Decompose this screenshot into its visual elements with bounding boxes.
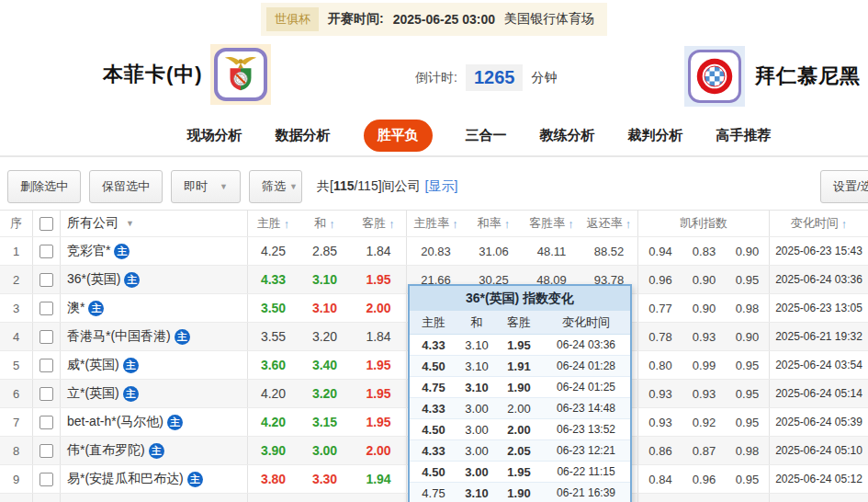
- main-company-badge-icon: 主: [167, 415, 183, 430]
- draw-odds: 3.20: [299, 323, 351, 350]
- popup-home-odds: 4.33: [410, 444, 457, 458]
- col-away-odds[interactable]: 客胜↑: [351, 211, 407, 236]
- countdown-label: 倒计时:: [415, 70, 457, 86]
- draw-odds: 3.40: [299, 351, 351, 379]
- kelly-index-1: [638, 494, 682, 502]
- home-odds: 4.20: [248, 408, 299, 436]
- home-odds: 3.60: [248, 351, 299, 379]
- away-rate: 48.11: [523, 237, 581, 265]
- row-checkbox[interactable]: [39, 302, 53, 315]
- col-return-rate[interactable]: 返还率↑: [581, 211, 638, 236]
- col-select-all: [33, 211, 61, 236]
- company-cell[interactable]: 澳*主: [61, 294, 248, 322]
- popup-home-odds: 4.50: [410, 423, 457, 437]
- filter-dropdown[interactable]: 筛选 ▼: [249, 170, 302, 203]
- main-company-badge-icon: 主: [187, 472, 203, 487]
- popup-row: 4.503.002.0006-23 13:52: [410, 419, 630, 440]
- kelly-index-1: 0.84: [638, 465, 682, 493]
- row-checkbox[interactable]: [39, 273, 53, 287]
- kelly-index-2: 0.93: [682, 323, 726, 350]
- away-team-name: 拜仁慕尼黑: [755, 63, 861, 90]
- kelly-index-1: 0.93: [638, 380, 682, 407]
- company-cell[interactable]: 36*(英国)主: [61, 266, 248, 293]
- main-company-badge-icon: 主: [175, 329, 190, 345]
- main-company-badge-icon: 主: [124, 272, 140, 288]
- draw-odds: 3.15: [299, 408, 351, 436]
- kickoff-label: 开赛时间:: [328, 11, 384, 28]
- row-checkbox[interactable]: [39, 416, 53, 429]
- popup-col-home: 主胜: [410, 314, 457, 331]
- settings-button[interactable]: 设置/选择: [820, 170, 868, 203]
- company-cell[interactable]: 香港马*(中国香港)主: [61, 323, 248, 350]
- countdown-unit: 分钟: [531, 70, 557, 86]
- company-cell[interactable]: 竞彩官*主: [61, 237, 248, 265]
- nav-tab[interactable]: 现场分析: [187, 127, 242, 144]
- kelly-index-3: 0.90: [726, 323, 770, 350]
- row-seq: [0, 494, 33, 502]
- nav-tab[interactable]: 教练分析: [540, 127, 595, 144]
- draw-odds: 3.10: [299, 266, 351, 293]
- keep-selected-button[interactable]: 保留选中: [89, 170, 163, 203]
- nav-tab[interactable]: 高手推荐: [716, 127, 772, 144]
- home-odds: 3.55: [248, 323, 299, 350]
- col-draw-rate[interactable]: 和率↑: [465, 211, 523, 236]
- select-all-checkbox[interactable]: [39, 217, 53, 231]
- company-cell[interactable]: bet-at-h*(马尔他)主: [61, 408, 248, 436]
- row-checkbox[interactable]: [39, 473, 53, 486]
- row-seq: 4: [0, 323, 33, 350]
- time-mode-value: 即时: [184, 178, 208, 195]
- change-time: 2025-06-24 05:12: [770, 465, 868, 493]
- kelly-index-3: 0.90: [726, 237, 770, 265]
- row-checkbox[interactable]: [39, 359, 53, 372]
- away-odds: 1.95: [351, 351, 407, 379]
- company-cell[interactable]: 立*(英国)主: [61, 380, 248, 407]
- company-cell[interactable]: 伟*(直布罗陀)主: [61, 437, 248, 464]
- col-change-time[interactable]: 变化时间↑: [770, 211, 868, 236]
- league-badge: 世俱杯: [266, 7, 319, 31]
- company-name: 伟*(直布罗陀): [67, 442, 145, 459]
- row-seq: 5: [0, 351, 33, 379]
- row-seq: 8: [0, 437, 33, 464]
- kelly-index-1: 0.78: [638, 323, 682, 350]
- countdown: 倒计时: 1265 分钟: [415, 64, 557, 91]
- row-checkbox[interactable]: [39, 245, 53, 258]
- row-checkbox[interactable]: [39, 444, 53, 458]
- kelly-index-1: 0.96: [638, 266, 682, 293]
- col-draw-odds[interactable]: 和↑: [299, 211, 351, 236]
- col-away-rate[interactable]: 客胜率↑: [523, 211, 581, 236]
- company-cell[interactable]: 威*(英国)主: [61, 351, 248, 379]
- company-name: 竞彩官*: [67, 243, 110, 259]
- away-odds: 1.95: [351, 408, 407, 436]
- nav-tab[interactable]: 数据分析: [276, 127, 331, 144]
- popup-draw-odds: 3.10: [457, 381, 496, 394]
- nav-tab[interactable]: 三合一: [466, 127, 507, 144]
- home-odds: 4.33: [248, 266, 299, 293]
- main-company-badge-icon: 主: [114, 244, 130, 259]
- kelly-index-2: 0.90: [682, 266, 726, 293]
- sort-up-icon: ↑: [568, 217, 574, 231]
- delete-selected-button[interactable]: 删除选中: [7, 170, 81, 203]
- company-name: 澳*: [67, 300, 85, 316]
- show-link[interactable]: [显示]: [425, 178, 458, 193]
- col-home-rate[interactable]: 主胜率↑: [407, 211, 465, 236]
- nav-tab[interactable]: 裁判分析: [628, 127, 683, 144]
- col-home-odds[interactable]: 主胜↑: [248, 211, 299, 236]
- company-cell[interactable]: 易*(安提瓜和巴布达)主: [61, 465, 248, 493]
- home-team-logo: [210, 44, 271, 105]
- change-time: [770, 494, 868, 502]
- draw-odds: 2.85: [299, 237, 351, 265]
- row-seq: 7: [0, 408, 33, 436]
- company-cell[interactable]: [61, 494, 248, 502]
- time-mode-dropdown[interactable]: 即时 ▼: [171, 170, 241, 203]
- row-checkbox[interactable]: [39, 330, 53, 344]
- popup-draw-odds: 3.00: [457, 402, 496, 416]
- col-company[interactable]: 所有公司▼: [61, 211, 248, 236]
- home-odds: 3.80: [248, 465, 299, 493]
- kelly-index-2: 0.99: [682, 351, 726, 379]
- dropdown-arrow-icon: ▼: [126, 219, 134, 228]
- away-odds: 1.95: [351, 266, 407, 293]
- row-checkbox[interactable]: [39, 387, 53, 401]
- row-select-cell: [33, 323, 61, 350]
- nav-tab[interactable]: 胜平负: [364, 120, 433, 152]
- team-header: 本菲卡(中) 倒计时: 1265 分钟: [0, 39, 868, 115]
